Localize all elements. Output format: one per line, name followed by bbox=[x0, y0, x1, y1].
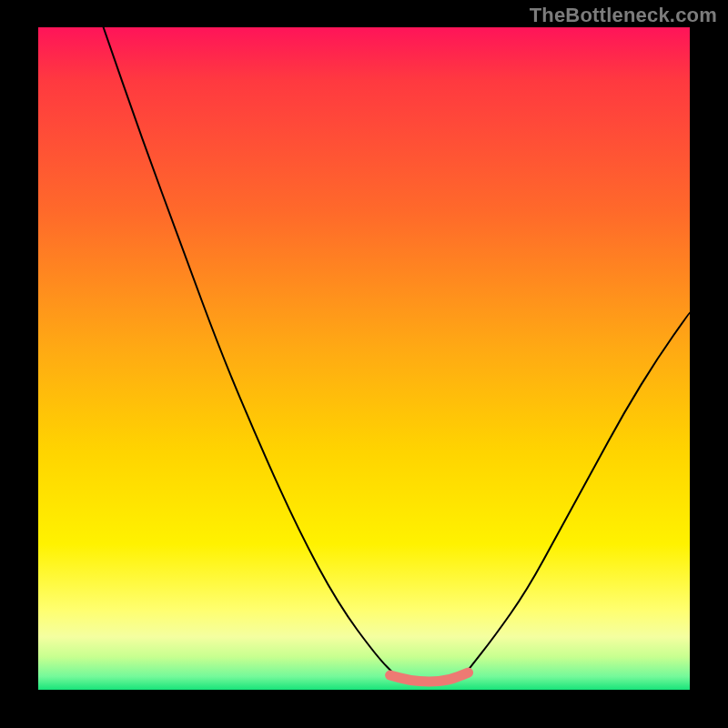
chart-frame: TheBottleneck.com bbox=[0, 0, 728, 728]
series-right-arm bbox=[469, 312, 690, 670]
watermark-text: TheBottleneck.com bbox=[530, 4, 717, 27]
curve-layer bbox=[38, 27, 690, 690]
series-flat-bottom-highlight bbox=[390, 672, 469, 682]
series-left-arm bbox=[104, 27, 397, 676]
plot-area bbox=[38, 27, 690, 690]
